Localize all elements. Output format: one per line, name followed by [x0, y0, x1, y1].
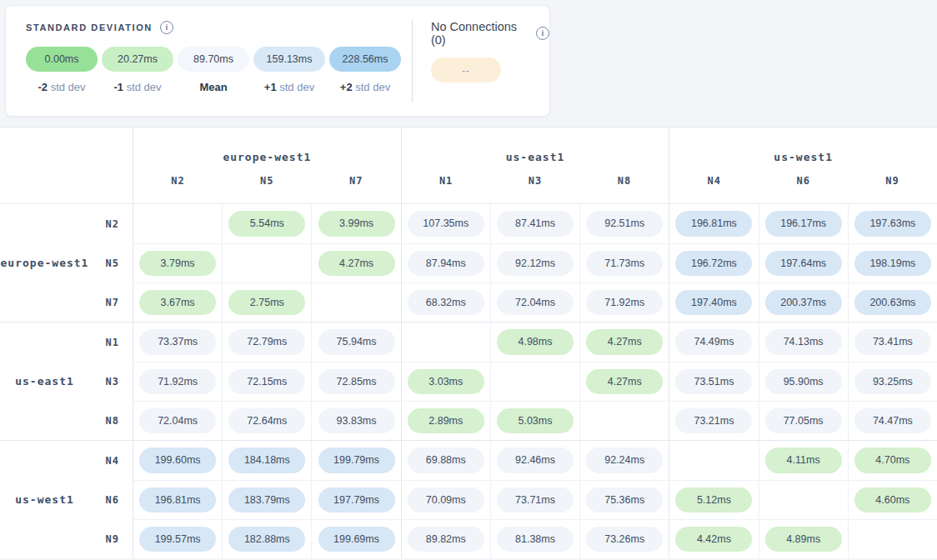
matrix-cell[interactable]: 92.24ms [579, 441, 669, 480]
matrix-cell[interactable]: 87.41ms [490, 204, 579, 243]
matrix-cell[interactable]: 196.72ms [669, 244, 758, 282]
matrix-cell[interactable]: 196.17ms [759, 204, 848, 243]
latency-pill: 4.11ms [765, 448, 842, 473]
matrix-cell[interactable]: 197.40ms [669, 283, 758, 322]
matrix-cell[interactable]: 4.11ms [759, 441, 848, 480]
matrix-cell[interactable]: 73.41ms [848, 322, 937, 362]
matrix-cell[interactable]: 73.51ms [669, 362, 758, 401]
matrix-cell[interactable]: 199.79ms [311, 441, 400, 480]
matrix-cell[interactable]: 199.57ms [133, 520, 222, 558]
matrix-cell[interactable]: 92.51ms [579, 204, 669, 243]
matrix-cell[interactable]: 72.64ms [222, 402, 311, 440]
matrix-cell[interactable]: 198.19ms [848, 244, 937, 282]
matrix-cell[interactable]: 4.60ms [848, 481, 937, 519]
matrix-cell[interactable]: 4.89ms [759, 520, 848, 558]
matrix-cell[interactable]: 73.21ms [669, 402, 758, 440]
matrix-cell[interactable]: 199.69ms [311, 520, 400, 558]
matrix-row-N8: 72.04ms72.64ms93.83ms2.89ms5.03ms73.21ms… [133, 401, 937, 440]
header-group-us-east1: us-east1N1N3N8 [401, 128, 669, 203]
matrix-cell[interactable]: 87.94ms [401, 244, 490, 282]
matrix-cell[interactable]: 74.47ms [848, 402, 937, 440]
matrix-cell[interactable]: 200.37ms [759, 283, 848, 322]
matrix-cell[interactable]: 75.36ms [579, 481, 669, 519]
matrix-cell [579, 402, 669, 440]
matrix-cell[interactable]: 71.92ms [579, 283, 669, 322]
row-group-header: us-east1N1N3N8 [0, 322, 133, 440]
column-node-label: N7 [312, 172, 401, 203]
matrix-cell[interactable]: 4.42ms [669, 520, 758, 558]
column-node-label: N9 [848, 172, 937, 203]
matrix-cell[interactable]: 183.79ms [222, 481, 311, 519]
matrix-cell[interactable]: 196.81ms [133, 481, 222, 519]
matrix-cell[interactable]: 72.04ms [490, 283, 579, 322]
latency-pill: 72.04ms [497, 290, 574, 316]
matrix-cell[interactable]: 77.05ms [759, 402, 848, 440]
matrix-cell[interactable]: 74.13ms [759, 322, 848, 362]
matrix-cell[interactable]: 196.81ms [669, 204, 758, 243]
matrix-cell[interactable]: 199.60ms [133, 441, 222, 480]
matrix-cell[interactable]: 73.26ms [579, 520, 669, 558]
matrix-row-N3: 71.92ms72.15ms72.85ms3.03ms4.27ms73.51ms… [133, 362, 937, 401]
matrix-cell[interactable]: 2.89ms [401, 402, 490, 440]
header-group-us-west1: us-west1N4N6N9 [669, 128, 937, 203]
matrix-cell[interactable]: 74.49ms [669, 322, 758, 362]
matrix-cell[interactable]: 4.27ms [311, 244, 400, 282]
matrix-header: europe-west1N2N5N7us-east1N1N3N8us-west1… [0, 128, 937, 204]
matrix-cell[interactable]: 197.63ms [848, 204, 937, 243]
column-node-label: N5 [223, 172, 312, 203]
matrix-cell[interactable]: 72.79ms [222, 322, 311, 362]
matrix-cell[interactable]: 2.75ms [222, 283, 311, 322]
matrix-cell[interactable]: 5.54ms [222, 204, 311, 243]
matrix-cell[interactable]: 182.88ms [222, 520, 311, 558]
matrix-cell[interactable]: 69.88ms [401, 441, 490, 480]
latency-pill: 81.38ms [497, 527, 574, 552]
matrix-cell[interactable]: 73.37ms [133, 322, 222, 362]
info-icon[interactable]: i [536, 27, 549, 40]
latency-pill: 197.63ms [854, 211, 931, 237]
matrix-cell[interactable]: 4.70ms [848, 441, 937, 480]
latency-pill: 73.26ms [586, 527, 663, 552]
matrix-row-N7: 3.67ms2.75ms68.32ms72.04ms71.92ms197.40m… [133, 282, 937, 322]
matrix-cell[interactable]: 3.99ms [311, 204, 400, 243]
legend-pill-row: 0.00ms20.27ms89.70ms159.13ms228.56ms [26, 47, 401, 72]
matrix-cell[interactable]: 3.67ms [133, 283, 222, 322]
matrix-cell[interactable]: 4.27ms [579, 322, 669, 362]
matrix-cell[interactable]: 95.90ms [759, 362, 848, 401]
matrix-cell[interactable]: 89.82ms [401, 520, 490, 558]
matrix-cell[interactable]: 107.35ms [401, 204, 490, 243]
matrix-cell[interactable]: 5.12ms [669, 481, 758, 519]
latency-pill: 73.21ms [675, 408, 752, 434]
matrix-cell[interactable]: 72.85ms [311, 362, 400, 401]
matrix-cell[interactable]: 70.09ms [401, 481, 490, 519]
matrix-cell[interactable]: 72.04ms [133, 402, 222, 440]
info-icon[interactable]: i [160, 21, 173, 34]
matrix-cell[interactable]: 92.12ms [490, 244, 579, 282]
matrix-cell[interactable]: 72.15ms [222, 362, 311, 401]
matrix-cell[interactable]: 184.18ms [222, 441, 311, 480]
matrix-cell[interactable]: 197.64ms [759, 244, 848, 282]
matrix-cell[interactable]: 93.25ms [848, 362, 937, 401]
row-node-label: N5 [89, 243, 119, 282]
matrix-cell[interactable]: 71.92ms [133, 362, 222, 401]
row-region-label: europe-west1 [0, 204, 89, 322]
matrix-cell[interactable]: 4.27ms [579, 362, 669, 401]
matrix-cell[interactable]: 3.79ms [133, 244, 222, 282]
latency-pill: 93.25ms [854, 369, 931, 395]
matrix-cell[interactable]: 92.46ms [490, 441, 579, 480]
row-node-label: N7 [89, 282, 119, 322]
matrix-cell[interactable]: 197.79ms [311, 481, 400, 519]
matrix-cell[interactable]: 5.03ms [490, 402, 579, 440]
matrix-cell[interactable]: 3.03ms [401, 362, 490, 401]
matrix-cell[interactable]: 93.83ms [311, 402, 400, 440]
matrix-cell[interactable]: 4.98ms [490, 322, 579, 362]
matrix-cell[interactable]: 81.38ms [490, 520, 579, 558]
matrix-cell[interactable]: 73.71ms [490, 481, 579, 519]
matrix-cell[interactable]: 200.63ms [848, 283, 937, 322]
matrix-cell[interactable]: 71.73ms [579, 244, 669, 282]
latency-pill: 200.37ms [765, 290, 842, 316]
legend-pill-4: 228.56ms [329, 47, 401, 72]
matrix-cell[interactable]: 68.32ms [401, 283, 490, 322]
latency-pill: 197.79ms [318, 488, 395, 513]
matrix-cell[interactable]: 75.94ms [311, 322, 400, 362]
no-connections-pill: -- [431, 58, 501, 82]
